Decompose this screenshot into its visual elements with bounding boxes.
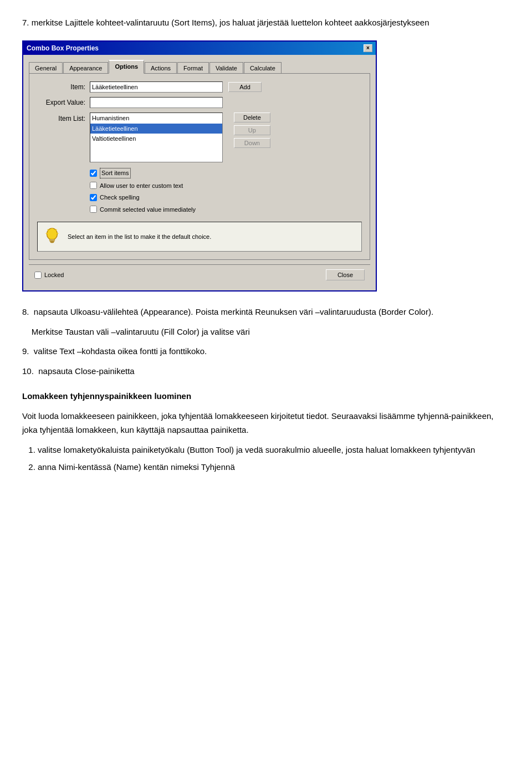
item10-text: napsauta Close-painiketta [38,366,134,376]
sort-items-row: Sort items [90,168,362,178]
locked-checkbox[interactable] [34,272,42,279]
item10-prefix: 10. [22,366,34,376]
locked-label: Locked [44,270,64,280]
tab-calculate[interactable]: Calculate [244,62,282,74]
item7-text: merkitse Lajittele kohteet-valintaruutu … [32,18,429,27]
svg-rect-3 [50,242,54,243]
item8-text: napsauta Ulkoasu-välilehteä (Appearance)… [34,307,193,316]
info-box: Select an item in the list to make it th… [37,222,362,252]
tab-general[interactable]: General [29,62,63,74]
export-value-row: Export Value: [37,97,362,108]
checkboxes-section: Sort items Allow user to enter custom te… [37,168,362,214]
dialog-wrapper: Combo Box Properties × General Appearanc… [22,40,510,292]
item-row: Item: Add [37,81,362,93]
sort-items-checkbox[interactable] [90,170,97,177]
close-button[interactable]: Close [326,269,365,280]
allow-custom-text-label: Allow user to enter custom text [100,181,183,191]
sub-list-item-1: valitse lomaketyökaluista painiketyökalu… [38,443,510,457]
article-body: 8. napsauta Ulkoasu-välilehteä (Appearan… [22,305,510,474]
locked-row: Locked [34,270,64,280]
info-text: Select an item in the list to make it th… [68,232,211,242]
commit-selected-checkbox[interactable] [90,206,97,213]
listbox-item-valtio[interactable]: Valtiotieteellinen [90,134,222,144]
item-input[interactable] [90,81,223,93]
down-button[interactable]: Down [234,138,270,148]
fill-color-paragraph: Merkitse Taustan väli –valintaruutu (Fil… [22,325,510,339]
tab-actions[interactable]: Actions [145,62,177,74]
item-listbox[interactable]: Humanistinen Lääketieteellinen Valtiotie… [90,112,223,162]
list-buttons: Delete Up Down [228,112,270,148]
tab-bar: General Appearance Options Actions Forma… [29,59,370,74]
fill-color-text: Merkitse Taustan väli –valintaruutu (Fil… [32,327,250,336]
listbox-item-laaket[interactable]: Lääketieteellinen [90,124,222,134]
item10-paragraph: 10. napsauta Close-painiketta [22,364,510,379]
item-label: Item: [37,82,90,92]
up-button[interactable]: Up [234,125,270,135]
tab-options[interactable]: Options [109,60,144,74]
lightbulb-icon [43,227,61,247]
item8-prefix: 8. [22,307,29,316]
body1-paragraph: Voit luoda lomakkeeseen painikkeen, joka… [22,409,510,437]
dialog-bottom: Locked Close [29,264,370,285]
svg-line-5 [47,229,48,231]
tab-validate[interactable]: Validate [209,62,243,74]
export-label: Export Value: [37,98,90,108]
border-color-text: Poista merkintä Reunuksen väri –valintar… [196,307,433,316]
tab-appearance[interactable]: Appearance [63,62,108,74]
item9-paragraph: 9. valitse Text –kohdasta oikea fontti j… [22,344,510,359]
item9-text: valitse Text –kohdasta oikea fontti ja f… [34,346,207,356]
svg-line-6 [56,229,57,231]
item9-prefix: 9. [22,346,29,356]
dialog-close-x-button[interactable]: × [364,44,372,52]
combo-box-properties-dialog: Combo Box Properties × General Appearanc… [22,40,377,292]
section-heading: Lomakkeen tyhjennyspainikkeen luominen [22,389,510,403]
itemlist-label: Item List: [37,112,90,124]
check-spelling-checkbox[interactable] [90,194,97,201]
check-spelling-row: Check spelling [90,193,362,202]
dialog-title: Combo Box Properties [27,43,99,53]
delete-button[interactable]: Delete [234,112,270,122]
sort-items-label: Sort items [100,168,131,178]
commit-selected-label: Commit selected value immediately [100,205,196,214]
allow-custom-text-row: Allow user to enter custom text [90,181,362,191]
tab-format[interactable]: Format [177,62,209,74]
item-list-row: Item List: Humanistinen Lääketieteelline… [37,112,362,162]
sub-list-item-2: anna Nimi-kentässä (Name) kentän nimeksi… [38,460,510,474]
item8-paragraph: 8. napsauta Ulkoasu-välilehteä (Appearan… [22,305,510,319]
sub-numbered-list: valitse lomaketyökaluista painiketyökalu… [38,443,510,474]
sub-item1-text: valitse lomaketyökaluista painiketyökalu… [38,445,475,454]
allow-custom-text-checkbox[interactable] [90,182,97,189]
options-tab-panel: Item: Add Export Value: Item List: Human… [29,73,370,260]
dialog-titlebar: Combo Box Properties × [23,42,376,55]
commit-selected-row: Commit selected value immediately [90,205,362,214]
sub-item2-text: anna Nimi-kentässä (Name) kentän nimeksi… [38,462,235,472]
export-input[interactable] [90,97,223,108]
check-spelling-label: Check spelling [100,193,140,202]
listbox-item-humanistinen[interactable]: Humanistinen [90,113,222,124]
dialog-content: General Appearance Options Actions Forma… [23,55,376,291]
add-button[interactable]: Add [228,82,262,92]
